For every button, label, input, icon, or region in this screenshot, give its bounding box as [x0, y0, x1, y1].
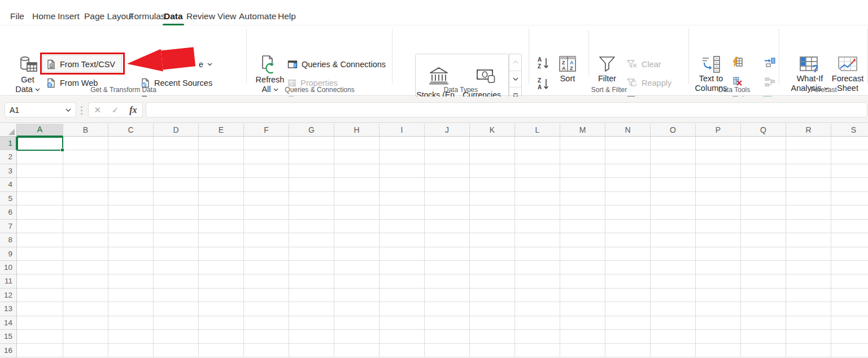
- menu-help[interactable]: Help: [278, 11, 296, 21]
- cell-K7[interactable]: [470, 220, 515, 233]
- cell-O7[interactable]: [651, 220, 696, 233]
- cell-K5[interactable]: [470, 192, 515, 206]
- row-header-1[interactable]: 1: [0, 137, 17, 150]
- cell-B11[interactable]: [63, 274, 108, 288]
- cell-D5[interactable]: [154, 192, 199, 206]
- cell-Q6[interactable]: [741, 206, 786, 219]
- cell-R16[interactable]: [786, 344, 831, 357]
- cell-C4[interactable]: [108, 178, 154, 191]
- cell-K8[interactable]: [470, 233, 515, 247]
- cell-D8[interactable]: [154, 233, 199, 247]
- cell-N13[interactable]: [605, 302, 651, 316]
- row-header-7[interactable]: 7: [0, 220, 17, 233]
- cell-G14[interactable]: [289, 316, 334, 330]
- cell-S16[interactable]: [831, 344, 868, 357]
- cell-E11[interactable]: [199, 274, 244, 288]
- row-header-13[interactable]: 13: [0, 302, 17, 316]
- cell-S2[interactable]: [831, 150, 868, 164]
- cell-N9[interactable]: [605, 247, 651, 261]
- cell-M12[interactable]: [560, 289, 605, 302]
- cell-N6[interactable]: [605, 206, 651, 219]
- cell-A3[interactable]: [17, 164, 63, 178]
- cell-S10[interactable]: [831, 261, 868, 274]
- cell-N7[interactable]: [605, 220, 651, 233]
- cell-E2[interactable]: [199, 150, 244, 164]
- cell-L9[interactable]: [515, 247, 560, 261]
- cell-P1[interactable]: [696, 137, 741, 150]
- cell-A2[interactable]: [17, 150, 63, 164]
- cell-Q15[interactable]: [741, 330, 786, 343]
- cell-M1[interactable]: [560, 137, 605, 150]
- cell-M4[interactable]: [560, 178, 605, 191]
- cell-R14[interactable]: [786, 316, 831, 330]
- cell-I12[interactable]: [380, 289, 425, 302]
- cell-R9[interactable]: [786, 247, 831, 261]
- cell-F8[interactable]: [244, 233, 289, 247]
- cell-S11[interactable]: [831, 274, 868, 288]
- queries-connections-button[interactable]: Queries & Connections: [287, 56, 386, 72]
- cell-J13[interactable]: [425, 302, 470, 316]
- cell-K15[interactable]: [470, 330, 515, 343]
- cell-O5[interactable]: [651, 192, 696, 206]
- cell-M8[interactable]: [560, 233, 605, 247]
- cell-I4[interactable]: [380, 178, 425, 191]
- cell-D3[interactable]: [154, 164, 199, 178]
- cell-J4[interactable]: [425, 178, 470, 191]
- cell-O2[interactable]: [651, 150, 696, 164]
- column-header-K[interactable]: K: [470, 124, 515, 137]
- cell-I6[interactable]: [380, 206, 425, 219]
- column-header-E[interactable]: E: [199, 124, 244, 137]
- cell-O12[interactable]: [651, 289, 696, 302]
- name-box[interactable]: A1: [5, 102, 76, 117]
- cell-M15[interactable]: [560, 330, 605, 343]
- cell-K13[interactable]: [470, 302, 515, 316]
- menu-automate[interactable]: Automate: [239, 11, 276, 21]
- cell-J2[interactable]: [425, 150, 470, 164]
- cell-C6[interactable]: [108, 206, 154, 219]
- cell-O14[interactable]: [651, 316, 696, 330]
- cell-H16[interactable]: [334, 344, 380, 357]
- cell-N5[interactable]: [605, 192, 651, 206]
- cell-J3[interactable]: [425, 164, 470, 178]
- cell-Q4[interactable]: [741, 178, 786, 191]
- cell-L8[interactable]: [515, 233, 560, 247]
- sort-ascending-button[interactable]: A Z: [537, 55, 551, 71]
- cell-H14[interactable]: [334, 316, 380, 330]
- cell-M10[interactable]: [560, 261, 605, 274]
- cell-A10[interactable]: [17, 261, 63, 274]
- cell-E4[interactable]: [199, 178, 244, 191]
- cell-L14[interactable]: [515, 316, 560, 330]
- cell-E13[interactable]: [199, 302, 244, 316]
- cell-C3[interactable]: [108, 164, 154, 178]
- cell-N1[interactable]: [605, 137, 651, 150]
- cell-K10[interactable]: [470, 261, 515, 274]
- cell-N14[interactable]: [605, 316, 651, 330]
- cell-A13[interactable]: [17, 302, 63, 316]
- row-header-3[interactable]: 3: [0, 164, 17, 178]
- cell-N4[interactable]: [605, 178, 651, 191]
- cell-E8[interactable]: [199, 233, 244, 247]
- cell-J11[interactable]: [425, 274, 470, 288]
- cell-H1[interactable]: [334, 137, 380, 150]
- cell-S12[interactable]: [831, 289, 868, 302]
- cell-H11[interactable]: [334, 274, 380, 288]
- cell-E16[interactable]: [199, 344, 244, 357]
- cell-L1[interactable]: [515, 137, 560, 150]
- cell-D7[interactable]: [154, 220, 199, 233]
- cell-H10[interactable]: [334, 261, 380, 274]
- cell-A15[interactable]: [17, 330, 63, 343]
- cell-B13[interactable]: [63, 302, 108, 316]
- cell-A7[interactable]: [17, 220, 63, 233]
- sort-button[interactable]: Z A A Z Sort: [554, 55, 581, 84]
- cell-M14[interactable]: [560, 316, 605, 330]
- cell-D14[interactable]: [154, 316, 199, 330]
- cell-G16[interactable]: [289, 344, 334, 357]
- cell-Q16[interactable]: [741, 344, 786, 357]
- cell-H6[interactable]: [334, 206, 380, 219]
- row-header-4[interactable]: 4: [0, 178, 17, 191]
- cell-G12[interactable]: [289, 289, 334, 302]
- cell-F5[interactable]: [244, 192, 289, 206]
- cell-S13[interactable]: [831, 302, 868, 316]
- gallery-scroll-up-button[interactable]: [509, 54, 521, 71]
- cell-B3[interactable]: [63, 164, 108, 178]
